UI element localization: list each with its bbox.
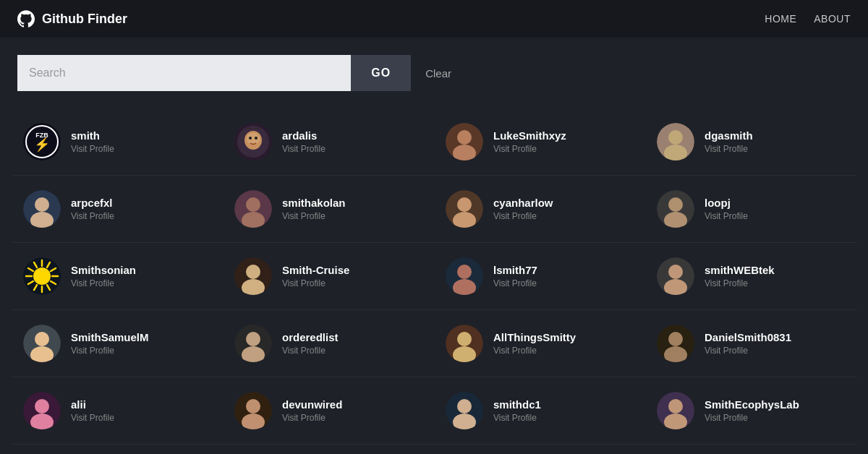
avatar xyxy=(23,325,61,362)
visit-profile-link[interactable]: Visit Profile xyxy=(282,144,326,154)
svg-point-13 xyxy=(458,131,471,144)
visit-profile-link[interactable]: Visit Profile xyxy=(71,413,114,423)
user-info: Smith-CruiseVisit Profile xyxy=(282,264,349,288)
user-card: SmithEcophysLabVisit Profile xyxy=(645,377,856,445)
user-info: smithWEBtekVisit Profile xyxy=(705,264,775,288)
visit-profile-link[interactable]: Visit Profile xyxy=(493,144,566,154)
svg-point-71 xyxy=(458,333,471,346)
username: Smithsonian xyxy=(71,264,136,276)
user-card: ardalisVisit Profile xyxy=(223,108,434,176)
visit-profile-link[interactable]: Visit Profile xyxy=(71,144,114,154)
user-info: cyanharlowVisit Profile xyxy=(493,197,553,221)
go-button[interactable]: GO xyxy=(351,55,411,91)
visit-profile-link[interactable]: Visit Profile xyxy=(493,413,541,423)
user-card: lsmith77Visit Profile xyxy=(434,243,645,310)
username: dgasmith xyxy=(705,129,753,142)
visit-profile-link[interactable]: Visit Profile xyxy=(493,346,576,356)
svg-point-79 xyxy=(35,400,48,413)
user-info: devunwiredVisit Profile xyxy=(282,398,342,423)
clear-button[interactable]: Clear xyxy=(411,55,466,91)
avatar xyxy=(234,257,272,295)
user-info: DanielSmith0831Visit Profile xyxy=(705,331,791,356)
visit-profile-link[interactable]: Visit Profile xyxy=(705,346,791,356)
avatar xyxy=(234,392,272,429)
user-card: devunwiredVisit Profile xyxy=(223,377,434,445)
username: DanielSmith0831 xyxy=(705,331,791,343)
username: ardalis xyxy=(282,129,326,142)
user-info: arpcefxlVisit Profile xyxy=(71,197,114,221)
user-info: SmithSamuelMVisit Profile xyxy=(71,331,149,356)
search-section: GO Clear xyxy=(0,38,868,103)
user-card: Smith-CruiseVisit Profile xyxy=(223,243,434,310)
svg-point-67 xyxy=(247,333,260,346)
username: smith xyxy=(71,129,114,142)
avatar xyxy=(446,123,483,160)
brand: Github Finder xyxy=(17,10,127,27)
visit-profile-link[interactable]: Visit Profile xyxy=(282,211,346,221)
avatar: FZB ⚡ xyxy=(23,123,61,160)
svg-point-21 xyxy=(35,198,48,211)
avatar xyxy=(23,392,61,429)
avatar xyxy=(657,190,694,228)
svg-point-17 xyxy=(669,131,682,144)
username: loopj xyxy=(705,197,748,209)
nav-links: HOME ABOUT xyxy=(765,13,851,25)
search-bar: GO Clear xyxy=(17,55,466,91)
visit-profile-link[interactable]: Visit Profile xyxy=(71,211,114,221)
svg-point-87 xyxy=(458,400,471,413)
avatar xyxy=(657,392,694,429)
navbar: Github Finder HOME ABOUT xyxy=(0,0,868,38)
visit-profile-link[interactable]: Visit Profile xyxy=(71,278,136,288)
avatar xyxy=(234,123,272,160)
visit-profile-link[interactable]: Visit Profile xyxy=(282,278,349,288)
user-info: lsmith77Visit Profile xyxy=(493,264,537,288)
user-card: FZB ⚡ smithVisit Profile xyxy=(12,108,223,176)
username: orderedlist xyxy=(282,331,339,343)
visit-profile-link[interactable]: Visit Profile xyxy=(493,211,553,221)
user-info: loopjVisit Profile xyxy=(705,197,748,221)
visit-profile-link[interactable]: Visit Profile xyxy=(705,278,775,288)
user-card: LukeSmithxyzVisit Profile xyxy=(434,108,645,176)
visit-profile-link[interactable]: Visit Profile xyxy=(705,211,748,221)
svg-point-9 xyxy=(255,137,258,140)
user-card: AllThingsSmittyVisit Profile xyxy=(434,310,645,377)
user-card: smithWEBtekVisit Profile xyxy=(645,243,856,310)
svg-point-33 xyxy=(669,198,682,211)
avatar xyxy=(446,325,483,362)
nav-home[interactable]: HOME xyxy=(765,13,796,25)
user-info: AllThingsSmittyVisit Profile xyxy=(493,331,576,356)
svg-point-8 xyxy=(249,137,252,140)
avatar xyxy=(446,257,483,295)
results-grid: FZB ⚡ smithVisit Profile ardalisVisit Pr… xyxy=(0,103,868,450)
visit-profile-link[interactable]: Visit Profile xyxy=(705,413,799,423)
username: lsmith77 xyxy=(493,264,537,276)
username: cyanharlow xyxy=(493,197,553,209)
user-info: smithVisit Profile xyxy=(71,129,114,154)
username: Smith-Cruise xyxy=(282,264,349,276)
user-card: aliiVisit Profile xyxy=(12,377,223,445)
visit-profile-link[interactable]: Visit Profile xyxy=(71,346,149,356)
username: smithakolan xyxy=(282,197,346,209)
visit-profile-link[interactable]: Visit Profile xyxy=(282,413,342,423)
user-info: SmithsonianVisit Profile xyxy=(71,264,136,288)
username: smithdc1 xyxy=(493,398,541,411)
user-info: smithakolanVisit Profile xyxy=(282,197,346,221)
visit-profile-link[interactable]: Visit Profile xyxy=(493,278,537,288)
username: devunwired xyxy=(282,398,342,411)
user-card: DanielSmith0831Visit Profile xyxy=(645,310,856,377)
user-info: ardalisVisit Profile xyxy=(282,129,326,154)
user-info: SmithEcophysLabVisit Profile xyxy=(705,398,799,423)
visit-profile-link[interactable]: Visit Profile xyxy=(705,144,753,154)
username: alii xyxy=(71,398,114,411)
search-input[interactable] xyxy=(17,55,351,91)
user-info: LukeSmithxyzVisit Profile xyxy=(493,129,566,154)
user-info: smithdc1Visit Profile xyxy=(493,398,541,423)
nav-about[interactable]: ABOUT xyxy=(814,13,851,25)
username: SmithSamuelM xyxy=(71,331,149,343)
user-info: dgasmithVisit Profile xyxy=(705,129,753,154)
user-card: smithakolanVisit Profile xyxy=(223,176,434,243)
svg-point-91 xyxy=(669,400,682,413)
user-info: aliiVisit Profile xyxy=(71,398,114,423)
visit-profile-link[interactable]: Visit Profile xyxy=(282,346,339,356)
avatar xyxy=(446,190,483,228)
